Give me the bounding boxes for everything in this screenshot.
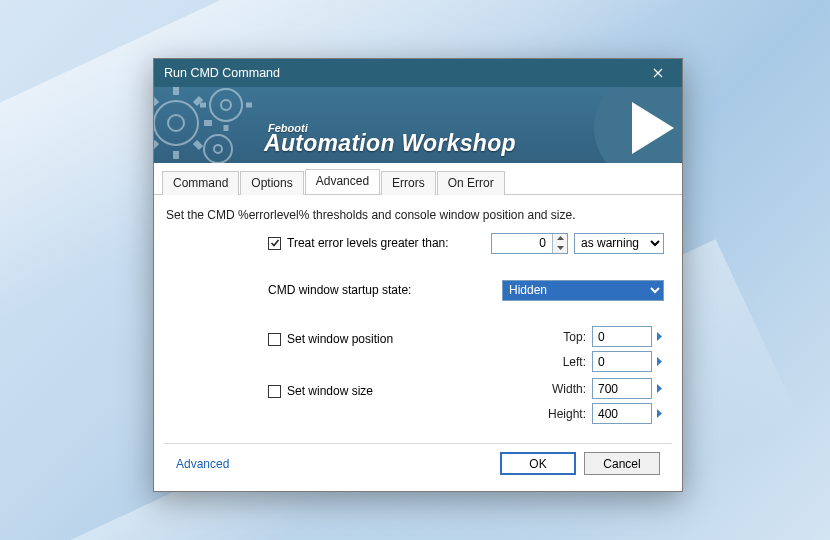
svg-point-10 [210, 89, 242, 121]
spinner-up-button[interactable] [553, 234, 567, 244]
dialog-window: Run CMD Command Febooti Automation Works… [153, 58, 683, 492]
startup-state-label: CMD window startup state: [268, 283, 411, 297]
tab-errors[interactable]: Errors [381, 171, 436, 195]
svg-point-16 [204, 135, 232, 163]
ok-button[interactable]: OK [500, 452, 576, 475]
variable-picker-button[interactable] [654, 357, 664, 366]
set-window-size-checkbox[interactable] [268, 385, 281, 398]
svg-line-6 [154, 98, 157, 104]
tab-advanced[interactable]: Advanced [305, 169, 380, 194]
product-name: Automation Workshop [264, 130, 516, 157]
variable-picker-button[interactable] [654, 409, 664, 418]
height-label: Height: [538, 407, 586, 421]
dialog-footer: Advanced OK Cancel [164, 452, 672, 485]
tab-options[interactable]: Options [240, 171, 303, 195]
svg-point-11 [221, 100, 231, 110]
width-label: Width: [538, 382, 586, 396]
set-window-position-label: Set window position [287, 332, 393, 346]
treat-error-levels-checkbox[interactable] [268, 237, 281, 250]
svg-point-17 [214, 145, 222, 153]
tab-on-error[interactable]: On Error [437, 171, 505, 195]
top-label: Top: [538, 330, 586, 344]
tab-command[interactable]: Command [162, 171, 239, 195]
set-window-size-label: Set window size [287, 384, 373, 398]
window-width-input[interactable] [592, 378, 652, 399]
cmd-startup-state-select[interactable]: NormalMinimizedMaximizedHidden [502, 280, 664, 301]
svg-line-7 [195, 142, 201, 148]
advanced-link[interactable]: Advanced [176, 457, 229, 471]
close-icon [653, 68, 663, 78]
close-button[interactable] [642, 62, 674, 84]
error-level-severity-select[interactable]: as warningas error [574, 233, 664, 254]
window-height-input[interactable] [592, 403, 652, 424]
error-level-threshold-spinner[interactable] [491, 233, 568, 254]
variable-picker-button[interactable] [654, 384, 664, 393]
cancel-button[interactable]: Cancel [584, 452, 660, 475]
window-top-input[interactable] [592, 326, 652, 347]
set-window-position-checkbox[interactable] [268, 333, 281, 346]
panel-description: Set the CMD %errorlevel% thresholds and … [164, 203, 672, 232]
tabstrip: CommandOptionsAdvancedErrorsOn Error [154, 163, 682, 195]
titlebar[interactable]: Run CMD Command [154, 59, 682, 87]
svg-point-1 [168, 115, 184, 131]
treat-error-levels-label: Treat error levels greater than: [287, 236, 449, 250]
window-left-input[interactable] [592, 351, 652, 372]
svg-point-0 [154, 101, 198, 145]
play-disc-icon [594, 87, 682, 163]
banner: Febooti Automation Workshop [154, 87, 682, 163]
variable-picker-button[interactable] [654, 332, 664, 341]
divider [164, 443, 672, 444]
tab-panel-advanced: Set the CMD %errorlevel% thresholds and … [154, 195, 682, 491]
error-level-threshold-input[interactable] [492, 234, 552, 253]
svg-line-9 [154, 142, 157, 148]
window-title: Run CMD Command [164, 66, 642, 80]
left-label: Left: [538, 355, 586, 369]
spinner-down-button[interactable] [553, 243, 567, 253]
